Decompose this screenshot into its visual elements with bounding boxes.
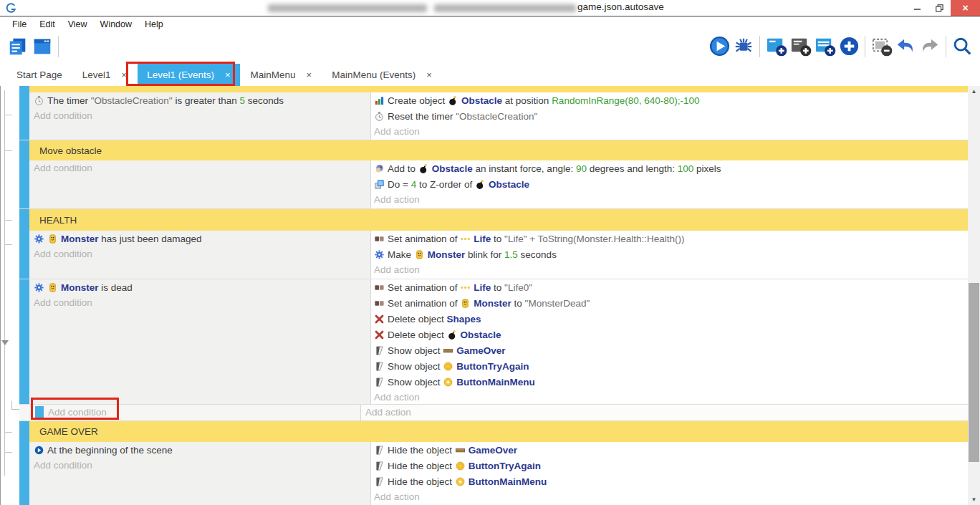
title-bar: game.json.autosave × [0,0,980,16]
event-monster-damaged: Monster has just been damaged Add condit… [19,231,969,279]
tab-start-page[interactable]: Start Page [7,64,72,86]
action-blink-monster[interactable]: Make Monster blink for 1.5 seconds [371,246,969,262]
search-icon[interactable] [950,34,974,59]
action-create-obstacle[interactable]: Create object Obstacle at position Rando… [371,92,969,108]
close-button[interactable]: × [951,0,980,16]
play-icon[interactable] [707,34,731,59]
toolbar-separator [759,36,760,57]
action-hide-buttontryagain[interactable]: Hide the object ButtonTryAgain [371,458,969,473]
remove-event-icon[interactable] [869,34,893,59]
project-manager-icon[interactable] [6,34,30,59]
add-action-link[interactable]: Add action [371,262,969,278]
add-new-icon[interactable] [837,34,861,59]
toolbar-separator [946,36,946,57]
gameover-banner-icon [443,345,453,356]
event-scene-start: At the beginning of the scene Add condit… [19,442,969,505]
timer-icon [374,111,385,122]
action-zorder[interactable]: Do = 4 to Z-order of Obstacle [371,176,969,192]
action-show-gameover[interactable]: Show object GameOver [371,342,969,358]
undo-icon[interactable] [893,34,918,59]
vertical-scrollbar[interactable]: ▲ ▼ [968,86,980,505]
delete-icon [374,330,385,340]
action-set-animation-monsterdead[interactable]: Set animation of Monster to "MonsterDead… [371,295,969,311]
tab-mainmenu[interactable]: MainMenu × [241,64,322,86]
add-comment-icon[interactable] [812,34,837,59]
condition-scene-start[interactable]: At the beginning of the scene [29,442,370,458]
main-toolbar [0,32,980,61]
comment-game-over[interactable]: GAME OVER [19,421,969,442]
action-set-animation-life0[interactable]: Set animation of Life to "Life0" [371,279,969,295]
condition-timer[interactable]: The timer "ObstacleCreation" is greater … [29,92,370,108]
add-condition-link[interactable]: Add condition [29,108,370,124]
action-reset-timer[interactable]: Reset the timer "ObstacleCreation" [371,108,969,124]
obstacle-bomb-icon [418,163,429,174]
add-action-link[interactable]: Add action [371,124,969,140]
tab-close-icon[interactable]: × [307,69,312,80]
monster-icon [47,234,58,244]
add-condition-link[interactable]: Add condition [29,246,370,262]
menu-view[interactable]: View [62,19,94,29]
restore-button[interactable] [928,0,951,16]
action-hide-buttonmainmenu[interactable]: Hide the object ButtonMainMenu [371,473,969,489]
action-show-buttonmainmenu[interactable]: Show object ButtonMainMenu [371,374,969,390]
menu-help[interactable]: Help [138,19,170,29]
action-delete-shapes[interactable]: Delete object Shapes [371,311,969,327]
condition-monster-dead[interactable]: Monster is dead [29,279,370,295]
collapse-arrow-icon[interactable] [1,340,9,345]
comment-move-obstacle[interactable]: Move obstacle [19,140,969,160]
add-condition-link[interactable]: Add condition [19,405,360,420]
tab-level1[interactable]: Level1 × [73,64,136,86]
redo-icon[interactable] [918,34,942,59]
add-action-link[interactable]: Add action [371,489,969,505]
tab-mainmenu-events[interactable]: MainMenu (Events) × [322,64,441,86]
tab-level1-events[interactable]: Level1 (Events) × [138,64,239,86]
gameover-banner-icon [455,445,466,456]
event-monster-dead: Monster is dead Add condition Set animat… [19,279,969,405]
toolbar-separator [58,36,59,57]
visibility-icon [374,361,385,372]
action-delete-obstacle[interactable]: Delete object Obstacle [371,327,969,342]
obstacle-bomb-icon [448,95,458,106]
menu-window[interactable]: Window [94,19,138,29]
tab-close-icon[interactable]: × [426,69,432,80]
action-hide-gameover[interactable]: Hide the object GameOver [371,442,969,458]
events-sheet: The timer "ObstacleCreation" is greater … [0,86,980,505]
comment-health[interactable]: HEALTH [19,209,969,231]
scroll-down-icon[interactable]: ▼ [968,494,980,505]
toolbar-separator [865,36,865,57]
menu-file[interactable]: File [6,19,33,29]
debug-icon[interactable] [731,34,756,59]
event-tree-gutter [1,86,19,505]
window-title: game.json.autosave [577,1,664,12]
add-action-link[interactable]: Add action [371,192,969,208]
visibility-icon [374,345,385,356]
add-condition-link[interactable]: Add condition [29,295,370,311]
scrollbar-thumb[interactable] [969,283,979,462]
visibility-icon [374,445,385,456]
condition-monster-damaged[interactable]: Monster has just been damaged [29,231,370,246]
add-condition-link[interactable]: Add condition [29,458,370,473]
action-set-animation-life[interactable]: Set animation of Life to "Life" + ToStri… [371,231,969,246]
action-add-force[interactable]: Add to Obstacle an instant force, angle:… [371,160,969,176]
add-event-icon[interactable] [764,34,788,59]
button-coin-icon [443,377,453,388]
add-condition-link[interactable]: Add condition [29,160,370,176]
minimize-button[interactable] [906,0,928,16]
menu-edit[interactable]: Edit [33,19,62,29]
add-subevent-icon[interactable] [788,34,812,59]
add-action-link[interactable]: Add action [361,405,969,420]
obstacle-bomb-icon [475,179,486,190]
tab-close-icon[interactable]: × [122,69,128,80]
button-coin-icon [455,476,466,487]
event-selection-marker[interactable] [35,406,44,420]
action-show-buttontryagain[interactable]: Show object ButtonTryAgain [371,358,969,374]
tab-close-icon[interactable]: × [225,69,231,80]
editor-tabs: Start Page Level1 × Level1 (Events) × Ma… [0,61,980,86]
visibility-icon [374,476,385,487]
behavior-gear-icon [34,282,44,293]
scroll-up-icon[interactable]: ▲ [968,86,980,97]
comment-row-partial[interactable] [19,86,969,92]
add-action-link[interactable]: Add action [371,390,969,404]
monster-icon [414,249,425,260]
scene-window-icon[interactable] [30,34,54,59]
